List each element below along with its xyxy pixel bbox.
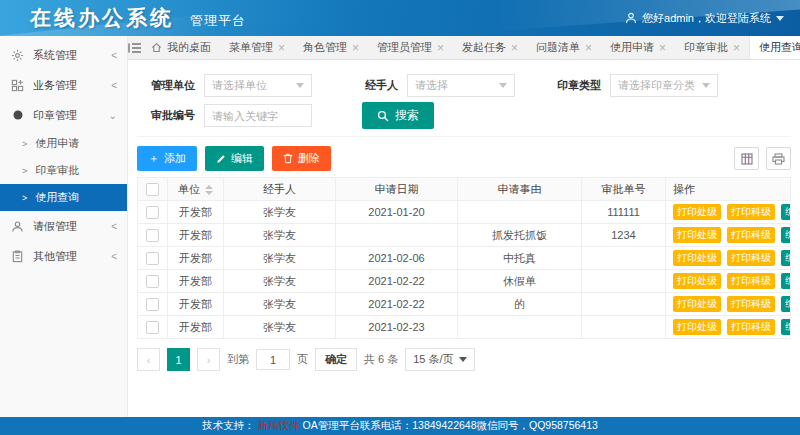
pencil-icon (216, 154, 226, 164)
edit-button[interactable]: 编辑 (205, 146, 264, 171)
print-division-button[interactable]: 打印处级 (673, 319, 721, 335)
sidebar-item-seal-approve[interactable]: > 印章审批 (0, 157, 127, 184)
row-edit-button[interactable]: 编辑 (781, 204, 790, 220)
print-icon[interactable] (766, 147, 791, 170)
current-page[interactable]: 1 (167, 348, 190, 371)
footer-vendor-link[interactable]: 新翔软件 (258, 419, 300, 433)
chevron-right-icon: > (22, 193, 27, 203)
col-header-unit[interactable]: 单位 (168, 178, 224, 201)
print-section-button[interactable]: 打印科级 (727, 273, 775, 289)
chevron-down-icon (459, 357, 467, 362)
user-menu[interactable]: 您好admin，欢迎登陆系统 (625, 11, 784, 26)
print-division-button[interactable]: 打印处级 (673, 250, 721, 266)
app-title: 在线办公系统 (30, 4, 174, 32)
columns-filter-icon[interactable] (734, 147, 759, 170)
table-toolbar: ＋ 添加 编辑 删除 (137, 146, 791, 171)
tab-home[interactable]: 我的桌面 (142, 36, 220, 59)
sidebar-item-use-query[interactable]: > 使用查询 (0, 184, 127, 211)
unit-select-value: 请选择单位 (212, 78, 267, 93)
prev-page-button[interactable]: ‹ (137, 348, 160, 371)
tab-item[interactable]: 使用查询 × (749, 36, 800, 59)
sidebar-item-leave[interactable]: 请假管理 < (0, 211, 127, 241)
print-division-button[interactable]: 打印处级 (673, 273, 721, 289)
row-edit-button[interactable]: 编辑 (781, 296, 790, 312)
tab-item[interactable]: 角色管理 × (294, 36, 368, 59)
row-edit-button[interactable]: 编辑 (781, 250, 790, 266)
tab-label: 使用查询 (759, 40, 800, 55)
close-icon[interactable]: × (352, 42, 359, 54)
print-section-button[interactable]: 打印科级 (727, 296, 775, 312)
tab-label: 发起任务 (462, 40, 506, 55)
handler-select-value: 请选择 (415, 78, 448, 93)
sidebar-item-system[interactable]: 系统管理 < (0, 40, 127, 70)
sidebar-item-business[interactable]: 业务管理 < (0, 70, 127, 100)
handler-select[interactable]: 请选择 (407, 74, 515, 97)
tab-item[interactable]: 发起任务 × (453, 36, 527, 59)
sidebar-item-other[interactable]: 其他管理 < (0, 241, 127, 271)
close-icon[interactable]: × (437, 42, 444, 54)
cell-approval (582, 247, 666, 270)
tab-item[interactable]: 印章审批 × (675, 36, 749, 59)
seal-type-select[interactable]: 请选择印章分类 (610, 74, 718, 97)
close-icon[interactable]: × (511, 42, 518, 54)
print-section-button[interactable]: 打印科级 (727, 319, 775, 335)
collapse-menu-icon[interactable] (128, 36, 142, 59)
seal-icon (10, 108, 25, 123)
chevron-right-icon: > (22, 139, 27, 149)
row-checkbox[interactable] (146, 229, 159, 242)
tab-label: 菜单管理 (229, 40, 273, 55)
row-edit-button[interactable]: 编辑 (781, 227, 790, 243)
row-edit-button[interactable]: 编辑 (781, 273, 790, 289)
delete-button[interactable]: 删除 (272, 146, 331, 171)
tab-item[interactable]: 菜单管理 × (220, 36, 294, 59)
print-section-button[interactable]: 打印科级 (727, 250, 775, 266)
plus-icon: ＋ (148, 151, 159, 166)
sidebar-item-label: 印章审批 (35, 163, 79, 178)
row-checkbox[interactable] (146, 275, 159, 288)
sort-icon[interactable] (205, 185, 213, 195)
confirm-page-button[interactable]: 确定 (315, 348, 357, 371)
close-icon[interactable]: × (659, 42, 666, 54)
jump-prefix: 到第 (227, 352, 249, 367)
row-edit-button[interactable]: 编辑 (781, 319, 790, 335)
close-icon[interactable]: × (733, 42, 740, 54)
close-icon[interactable]: × (585, 42, 592, 54)
close-icon[interactable]: × (278, 42, 285, 54)
next-page-button[interactable]: › (197, 348, 220, 371)
print-division-button[interactable]: 打印处级 (673, 227, 721, 243)
row-checkbox[interactable] (146, 252, 159, 265)
table-row: 开发部 张学友 抓发托抓饭 1234 打印处级 打印科级 编辑 (138, 224, 791, 247)
trash-icon (283, 153, 293, 164)
user-icon (10, 219, 25, 234)
print-section-button[interactable]: 打印科级 (727, 204, 775, 220)
cell-handler: 张学友 (224, 224, 336, 247)
tab-item[interactable]: 问题清单 × (527, 36, 601, 59)
print-division-button[interactable]: 打印处级 (673, 296, 721, 312)
select-all-checkbox[interactable] (146, 183, 159, 196)
footer: 技术支持： 新翔软件 OA管理平台联系电话：13849422648微信同号，QQ… (0, 417, 800, 435)
unit-select[interactable]: 请选择单位 (204, 74, 312, 97)
page-size-select[interactable]: 15 条/页 (405, 348, 474, 371)
page-jump-input[interactable] (256, 349, 290, 370)
filter-unit-label: 管理单位 (137, 78, 195, 93)
approval-no-input[interactable] (204, 104, 312, 127)
sidebar-item-seal[interactable]: 印章管理 ⌄ (0, 100, 127, 130)
tab-label: 角色管理 (303, 40, 347, 55)
row-checkbox[interactable] (146, 298, 159, 311)
row-checkbox[interactable] (146, 206, 159, 219)
tab-item[interactable]: 使用申请 × (601, 36, 675, 59)
footer-contact: OA管理平台联系电话：13849422648微信同号，QQ958756413 (303, 419, 598, 433)
table-header-row: 单位 经手人 申请日期 申请事由 审批单号 操作 (138, 178, 791, 201)
search-button[interactable]: 搜索 (362, 102, 434, 129)
sidebar-item-label: 请假管理 (33, 219, 77, 234)
cell-reason (458, 201, 582, 224)
print-section-button[interactable]: 打印科级 (727, 227, 775, 243)
tab-bar: 我的桌面 菜单管理 × 角色管理 × 管理员管理 × 发起任务 (128, 36, 800, 60)
print-division-button[interactable]: 打印处级 (673, 204, 721, 220)
tab-item[interactable]: 管理员管理 × (368, 36, 453, 59)
add-button[interactable]: ＋ 添加 (137, 146, 197, 171)
row-checkbox[interactable] (146, 321, 159, 334)
sidebar-item-use-apply[interactable]: > 使用申请 (0, 130, 127, 157)
cell-unit: 开发部 (168, 247, 224, 270)
col-header-label: 单位 (178, 183, 200, 195)
